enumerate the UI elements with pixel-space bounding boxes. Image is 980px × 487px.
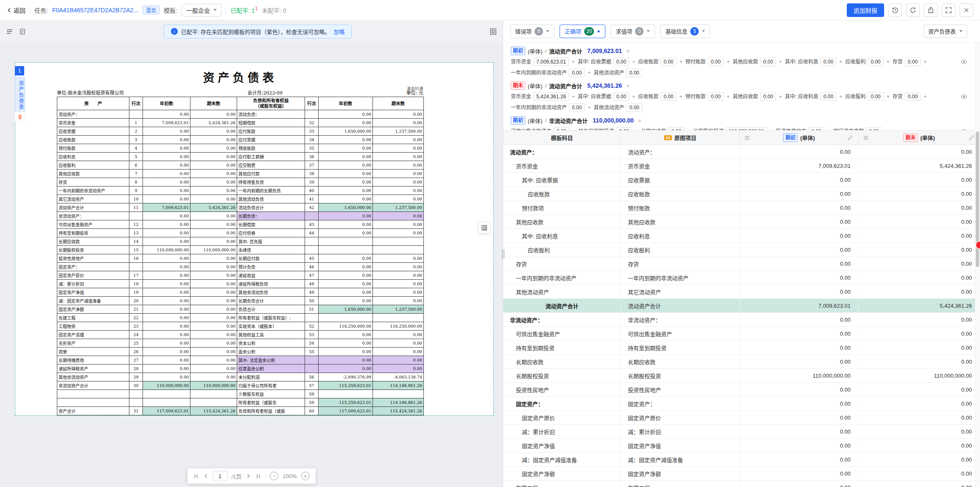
original-item: 减：累计折旧 <box>621 425 740 438</box>
asset-line-no: 14 <box>129 237 143 246</box>
history-icon[interactable] <box>888 3 902 17</box>
page-input[interactable]: 1 <box>213 471 227 481</box>
check-table-row[interactable]: 长期股权投资长期股权投资110,000,000.00110,000,000.00 <box>503 369 980 383</box>
liability-end-value: 114,186,861.26 <box>373 398 424 407</box>
check-table-row[interactable]: 投资性房地产投资性房地产0.000.00 <box>503 383 980 397</box>
filter-basic-info[interactable]: 基础信息 5 <box>660 25 710 38</box>
check-table-row[interactable]: 应收股利应收股利0.000.00 <box>503 243 980 257</box>
asset-end-value: 0.00 <box>190 170 237 178</box>
formula-item-name: 其中: 应收票据 <box>578 94 611 100</box>
zoom-in-icon[interactable]: + <box>301 472 310 480</box>
prev-page-icon[interactable] <box>203 473 208 479</box>
check-table-row[interactable]: 减：累计折旧减：累计折旧0.000.00 <box>503 425 980 439</box>
check-table-row[interactable]: 流动资产合计流动资产合计7,009,623.015,424,361.26 <box>503 299 980 313</box>
filter-evaluate-items[interactable]: 求值项 0 <box>610 25 655 38</box>
check-table-row[interactable]: 应收账款应收账款0.000.00 <box>503 187 980 201</box>
check-table-row[interactable]: 其他应收款其他应收款0.000.00 <box>503 215 980 229</box>
check-table-row[interactable]: 可供出售金融资产可供出售金融资产0.000.00 <box>503 327 980 341</box>
asset-begin-value: 0.00 <box>143 314 190 322</box>
sheet-header-cell: 年初数 <box>319 97 373 110</box>
begin-value: 0.00 <box>740 229 859 242</box>
formula-item-value: 0.00 <box>569 69 585 77</box>
panel-resize-handle[interactable] <box>501 246 505 262</box>
template-select[interactable]: 一般企业 <box>182 4 221 17</box>
liability-name: 所有者权益（或股东 <box>237 398 305 407</box>
check-table-row[interactable]: 一年内到期的非流动资产一年内到期的非流动资产0.000.00 <box>503 271 980 285</box>
task-id-link[interactable]: F0A41B46572E47D2A2B72A2... <box>52 7 138 14</box>
check-table-row[interactable]: 持有至到期投资持有至到期投资0.000.00 <box>503 341 980 355</box>
check-table-row[interactable]: 货币资金货币资金7,009,623.015,424,361.26 <box>503 159 980 173</box>
zoom-out-icon[interactable]: − <box>270 472 278 480</box>
asset-name <box>57 390 129 398</box>
check-table-row[interactable]: 非流动资产：非流动资产：0.000.00 <box>503 313 980 327</box>
begin-value: 0.00 <box>740 439 859 452</box>
check-table-row[interactable]: 长期应收款长期应收款0.000.00 <box>503 355 980 369</box>
edit-icon[interactable] <box>969 135 974 140</box>
separator: / <box>545 48 547 54</box>
check-table-row[interactable]: 固定资产：固定资产：0.000.00 <box>503 397 980 411</box>
last-page-icon[interactable] <box>255 473 261 479</box>
check-table-row[interactable]: 存货存货0.000.00 <box>503 257 980 271</box>
check-table-row[interactable]: 流动资产：流动资产：0.000.00 <box>503 145 980 159</box>
first-page-icon[interactable] <box>193 473 199 479</box>
eye-icon[interactable] <box>960 58 967 67</box>
check-table-row[interactable]: 固定资产净值固定资产净值0.000.00 <box>503 439 980 453</box>
asset-name: 其他非流动资产 <box>57 373 129 381</box>
next-page-icon[interactable] <box>246 473 251 479</box>
asset-end-value: 0.00 <box>190 331 237 339</box>
list-icon[interactable] <box>6 28 13 35</box>
list-icon[interactable] <box>863 135 869 141</box>
template-subject: 预付款项 <box>503 201 621 214</box>
check-table-row[interactable]: 其中: 应收票据应收票据0.000.00 <box>503 173 980 187</box>
report-type-select[interactable]: 资产负债表 <box>924 25 967 38</box>
edit-icon[interactable] <box>848 135 853 140</box>
fullscreen-icon[interactable] <box>942 3 955 17</box>
check-table-row[interactable]: 在建工程在建工程0.000.00 <box>503 481 980 487</box>
filter-correct-items[interactable]: 正确项 20 <box>560 25 605 38</box>
clipboard-icon[interactable] <box>19 28 26 35</box>
liability-end-value: 0.00 <box>373 195 424 203</box>
delete-page-button[interactable] <box>15 112 25 122</box>
check-table-row[interactable]: 固定资产原价固定资产原价0.000.00 <box>503 411 980 425</box>
mode-tag: 混合 <box>143 6 160 14</box>
asset-end-value: 0.00 <box>190 144 237 153</box>
asset-end-value: 0.00 <box>190 254 237 263</box>
original-image-toggle-icon[interactable] <box>490 28 497 35</box>
grid-view-button[interactable] <box>478 222 490 234</box>
export-icon[interactable] <box>924 3 938 17</box>
check-table-row[interactable]: 其中: 应收利息应收利息0.000.00 <box>503 229 980 243</box>
liability-begin-value: 0.00 <box>319 331 373 339</box>
refresh-icon[interactable] <box>906 3 920 17</box>
eye-icon[interactable] <box>960 93 967 101</box>
list-icon[interactable] <box>744 135 750 141</box>
check-table-row[interactable]: 固定资产净额固定资产净额0.000.00 <box>503 467 980 481</box>
sheet-row: 持有至到期投资130.000.00应付债券440.000.00 <box>57 229 424 237</box>
info-icon: i <box>171 28 178 35</box>
original-item: 非流动资产： <box>621 313 740 326</box>
check-table-row[interactable]: 减：固定资产减值准备减：固定资产减值准备0.000.00 <box>503 453 980 467</box>
begin-value: 0.00 <box>740 215 859 228</box>
ignore-link[interactable]: 忽略 <box>333 28 344 36</box>
filter-error-items[interactable]: 错误项 0 <box>510 25 554 38</box>
check-table-row[interactable]: 其他流动资产其它流动资产0.000.00 <box>503 285 980 299</box>
sheet-tab[interactable]: 资产负债表 <box>15 77 25 114</box>
close-icon[interactable] <box>960 3 973 17</box>
sheet-row: 可供出售金融资产120.000.00长期借款430.000.00 <box>57 220 424 229</box>
check-table-row[interactable]: 预付款项预付账款0.000.00 <box>503 201 980 215</box>
template-subject: 一年内到期的非流动资产 <box>503 271 621 284</box>
period-badge: 期初 <box>511 47 525 55</box>
equals-sign: = <box>626 83 630 89</box>
liability-line-no: 33 <box>305 127 319 136</box>
selected-page[interactable]: 1 资产负债表 资产负债表 会企01表 单位:丽水金汛股权投资有限公司 会计月:… <box>15 62 494 416</box>
liability-end-value: 0.00 <box>373 288 424 297</box>
original-item: 应收票据 <box>621 173 740 186</box>
scrollbar[interactable] <box>975 42 980 487</box>
original-item: 投资性房地产 <box>621 383 740 396</box>
liability-line-no: 54 <box>305 339 319 348</box>
asset-line-no: 30 <box>129 381 143 390</box>
append-report-button[interactable]: 追加财报 <box>847 3 884 17</box>
asset-begin-value: 117,009,623.01 <box>143 407 190 415</box>
sheet-header-cell: 年初数 <box>143 97 190 110</box>
back-button[interactable]: 返回 <box>7 6 25 14</box>
filter-row: 错误项 0 正确项 20 求值项 0 基础信息 5 <box>503 20 980 42</box>
